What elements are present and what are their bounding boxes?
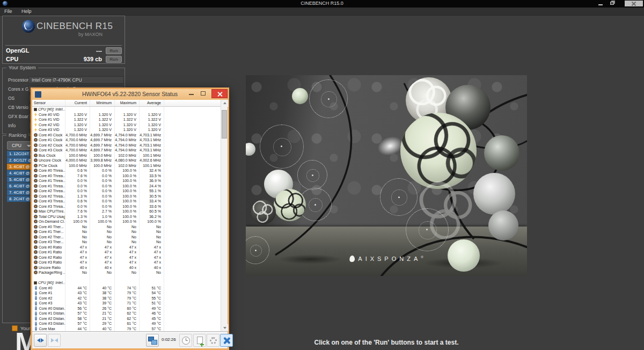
sensor-row[interactable]: Uncore Clock4,000.0 MHz3,999.8 MHz4,080.… [32,158,221,163]
sensor-value-cell: 102.0 MHz [115,153,140,158]
row-filler [164,301,221,306]
sensor-row[interactable]: Core #3 VID1.320 V1.320 V1.320 V1.320 V [32,127,221,133]
sensor-row[interactable]: Core #2 Distan...58 °C21 °C62 °C45 °C [32,316,221,322]
sensor-row[interactable]: Core #3 Ratio47 x47 x47 x47 x [32,260,221,265]
sensor-row[interactable]: Core #1 Ther...NoNoNoNo [32,229,221,235]
vertical-scrollbar[interactable] [221,100,228,331]
sensor-row[interactable]: Core #2 Ther...NoNoNoNo [32,235,221,240]
sensor-row[interactable]: Core #2 Threa...1.3 %0.0 %100.0 %30.5 % [32,194,221,199]
sensor-row[interactable]: Core #044 °C40 °C74 °C51 °C [32,286,221,291]
column-header[interactable]: Sensor [32,100,65,106]
column-header[interactable]: Maximum [115,100,140,106]
menu-help[interactable]: Help [21,9,32,14]
restore-button[interactable] [609,1,616,6]
sensor-row[interactable]: Core #3 Ther...NoNoNoNo [32,239,221,245]
opengl-run-button[interactable]: Run [106,47,122,54]
hwinfo-minimize-button[interactable] [186,89,197,98]
cinebench-titlebar[interactable]: CINEBENCH R15.0 [0,0,644,8]
logging-button[interactable] [193,334,206,347]
sensor-group-row[interactable]: CPU [#0]: Intel... [32,280,221,286]
row-filler [164,265,221,271]
cpu-score-row: CPU 939 cb Run [6,56,122,64]
temp-icon [35,296,37,300]
sensor-row[interactable]: Core #3 Threa...0.0 %0.0 %100.0 %33.6 % [32,204,221,209]
ranking-filter-dropdown[interactable]: CPU [7,141,34,150]
sensor-row[interactable]: Core #0 Distan...56 °C26 °C60 °C49 °C [32,306,221,311]
sensor-name-cell: Core #1 Threa... [32,178,65,184]
sensor-row[interactable]: Core #2 VID1.320 V1.320 V1.320 V1.320 V [32,122,221,128]
sensor-row[interactable]: Total CPU Usage1.3 %1.0 %100.0 %36.2 % [32,214,221,220]
sensor-row[interactable]: Uncore Ratio40 x40 x40 x40 x [32,265,221,271]
sensor-name: Core #0 Distan... [39,306,66,311]
expand-all-button[interactable] [34,334,47,347]
sensor-row[interactable]: Core #3 Distan...57 °C29 °C61 °C49 °C [32,321,221,326]
sensor-row[interactable]: Core #0 VID1.320 V1.320 V1.320 V1.320 V [32,112,221,118]
close-sensors-button[interactable] [220,334,233,347]
sensor-name-cell: On-Demand Cl... [32,219,65,224]
sensor-row[interactable]: Core #0 Clock4,700.0 MHz4,699.7 MHz4,794… [32,133,221,138]
screen: CINEBENCH R15.0 File Help CINEBENCH R15 … [0,0,644,350]
sensor-row[interactable]: Core #2 Clock4,700.0 MHz4,699.7 MHz4,794… [32,143,221,148]
column-header[interactable]: Average [140,100,164,106]
sensor-value-cell: No [140,235,164,240]
sensor-row[interactable]: Core #1 Threa...0.0 %0.0 %100.0 %24.4 % [32,184,221,189]
sensor-row[interactable]: Core #1 Distan...57 °C21 °C62 °C46 °C [32,311,221,316]
column-header[interactable]: Minimum [90,100,115,106]
sensor-row[interactable]: Core #0 Ratio47 x47 x47 x47 x [32,245,221,250]
sensor-value-cell: No [90,239,115,245]
sensor-name-cell: Max CPU/Thre... [32,209,65,214]
remote-monitoring-button[interactable] [146,334,159,347]
sensor-value-cell: No [90,235,115,240]
sensor-row[interactable]: Package/Ring ...NoNoNoNo [32,270,221,275]
scrollbar-thumb[interactable] [222,110,227,138]
hwinfo-maximize-button[interactable] [197,89,209,98]
clock-button[interactable] [179,334,192,347]
sensor-value-cell: 49 °C [140,306,164,311]
sensor-value-cell: 4,000.0 MHz [65,158,90,163]
sensor-row[interactable]: Core #1 VID1.322 V1.322 V1.322 V1.322 V [32,117,221,122]
sensor-row[interactable]: Core #3 Threa...0.6 %0.0 %100.0 %33.4 % [32,199,221,204]
collapse-all-button[interactable] [48,334,61,347]
close-button[interactable] [625,1,643,6]
sensor-value-cell: 38 °C [90,290,115,296]
bolt-icon [34,128,38,132]
sensor-table-header[interactable]: SensorCurrentMinimumMaximumAverage [32,100,221,107]
sensor-row[interactable]: Core #2 Ratio47 x47 x47 x47 x [32,255,221,260]
row-filler [164,235,221,240]
menu-file[interactable]: File [4,9,12,14]
sensor-row[interactable]: Core #0 Ther...NoNoNoNo [32,224,221,230]
sensor-value-cell [115,107,140,112]
column-header[interactable]: Current [65,100,90,106]
gear-icon [34,148,38,152]
scroll-down-arrow[interactable] [221,324,228,331]
sensor-row[interactable]: Core #1 Ratio47 x47 x47 x47 x [32,250,221,255]
sensor-row[interactable]: Core Max44 °C40 °C79 °C57 °C [32,326,221,332]
sensor-row[interactable]: Core #1 Threa...0.0 %0.0 %100.0 %36.9 % [32,178,221,184]
sensor-row[interactable]: Core #3 Clock4,700.0 MHz4,699.7 MHz4,794… [32,148,221,153]
sensor-value-cell: 30.5 % [140,194,164,199]
settings-button[interactable] [207,334,219,347]
sensor-row[interactable]: Core #242 °C38 °C79 °C55 °C [32,296,221,301]
minimize-button[interactable] [597,1,604,6]
opengl-label: OpenGL [6,47,29,54]
sensor-row[interactable]: Core #0 Threa...0.6 %0.0 %100.0 %32.4 % [32,168,221,173]
sensor-value-cell: 100.0 % [65,219,90,224]
hwinfo-titlebar[interactable]: HWiNFO64 v5.22-2820 Sensor Status [32,89,228,100]
hwinfo-close-button[interactable] [211,89,228,98]
sensor-row[interactable]: On-Demand Cl...100.0 %100.0 %100.0 %100.… [32,219,221,224]
sensor-group-row[interactable]: CPU [#0]: Intel... [32,107,221,112]
sensor-row[interactable]: Bus Clock100.0 MHz100.0 MHz102.0 MHz100.… [32,153,221,158]
scroll-up-arrow[interactable] [221,100,228,107]
sensor-row[interactable]: Core #343 °C39 °C71 °C51 °C [32,301,221,306]
sensor-name: Bus Clock [39,153,56,158]
sensor-row[interactable]: Core #0 Threa...7.6 %0.0 %100.0 %33.5 % [32,173,221,179]
sensor-row[interactable]: Max CPU/Thre...7.6 %2.7 %100.0 %60.5 % [32,209,221,214]
sensor-value-cell: 1.320 V [65,112,90,118]
sensor-row[interactable]: PCIe Clock100.0 MHz100.0 MHz102.0 MHz100… [32,163,221,169]
sensor-row[interactable]: Core #1 Clock4,700.0 MHz4,699.7 MHz4,794… [32,137,221,143]
cpu-run-button[interactable]: Run [106,56,122,63]
sensor-value-cell: 39 °C [90,301,115,306]
sensor-name: Core #0 [39,286,53,291]
sensor-row[interactable]: Core #2 Threa...0.0 %0.0 %100.0 %55.1 % [32,188,221,194]
sensor-row[interactable]: Core #143 °C38 °C79 °C54 °C [32,290,221,296]
